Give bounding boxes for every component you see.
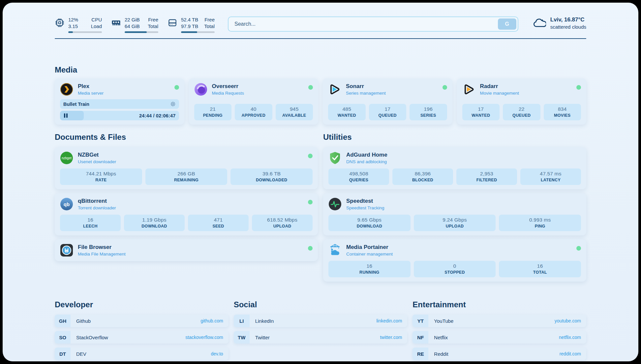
bookmark-name: LinkedIn — [255, 318, 377, 324]
stat-available: 945AVAILABLE — [276, 104, 313, 120]
weather-widget: Lviv, 16.87°C scattered clouds — [533, 16, 586, 30]
stat-wanted: 17WANTED — [462, 104, 500, 120]
plex-progress-bar: 24:44 / 02:06:47 — [60, 111, 179, 120]
service-stats: 744.21 MbpsRATE 266 GBREMAINING 39.6 TBD… — [60, 165, 313, 185]
bookmark-abbr: TW — [234, 331, 250, 344]
bookmark-name: Netflix — [434, 335, 559, 340]
service-name: Overseerr — [212, 83, 304, 90]
service-description: Media Requests — [212, 91, 304, 96]
top-bar: 12%3.15 CPULoad — [55, 16, 586, 33]
memory-values: 22 GiB64 GiB — [125, 16, 140, 29]
bookmark-github[interactable]: GH Github github.com — [55, 315, 229, 327]
service-stats: 21PENDING 40APPROVED 945AVAILABLE — [194, 100, 313, 120]
bookmark-name: DEV — [76, 351, 211, 357]
cpu-values: 12%3.15 — [68, 16, 78, 29]
bookmark-twitter[interactable]: TW Twitter twitter.com — [234, 331, 408, 344]
stat-ping: 0.993 msPING — [499, 215, 581, 231]
bookmark-name: YouTube — [434, 318, 555, 324]
service-card-qbittorrent[interactable]: qb qBittorrent Torrent downloader 16LEEC… — [55, 193, 318, 235]
bookmark-stackoverflow[interactable]: SO StackOverflow stackoverflow.com — [55, 331, 229, 344]
bookmark-name: Twitter — [255, 335, 380, 340]
bookmark-youtube[interactable]: YT YouTube youtube.com — [412, 315, 586, 327]
bookmark-group-entertainment: Entertainment YT YouTube youtube.com NF … — [412, 300, 586, 360]
bookmark-abbr: RE — [412, 348, 428, 360]
pause-icon — [64, 113, 68, 118]
stat-latency: 47.57 msLATENCY — [520, 168, 581, 185]
service-description: Container management — [346, 252, 572, 257]
plex-media-title: Bullet Train — [63, 102, 170, 107]
service-stats: 17WANTED 22QUEUED 834MOVIES — [462, 100, 581, 120]
bookmark-abbr: SO — [55, 331, 71, 344]
filebrowser-icon — [60, 244, 73, 257]
service-name: Speedtest — [346, 198, 581, 204]
service-description: Speedtest Tracking — [346, 205, 581, 210]
bookmark-group-developer: Developer GH Github github.com SO StackO… — [55, 300, 229, 360]
bookmark-name: Github — [76, 318, 200, 324]
bookmark-url: reddit.com — [560, 351, 581, 356]
bookmark-netflix[interactable]: NF Netflix netflix.com — [412, 331, 586, 344]
service-stats: 485WANTED 17QUEUED 196SERIES — [328, 100, 447, 120]
adguard-icon — [328, 151, 342, 165]
section-title-social: Social — [234, 300, 408, 309]
service-description: Series management — [346, 91, 438, 96]
weather-text: Lviv, 16.87°C scattered clouds — [550, 16, 586, 30]
service-card-radarr[interactable]: Radarr Movie management 17WANTED 22QUEUE… — [457, 78, 587, 125]
plex-icon — [60, 83, 73, 96]
radarr-icon — [462, 83, 475, 96]
settings-icon[interactable] — [170, 101, 176, 107]
bookmark-url: youtube.com — [555, 318, 581, 323]
service-name: Media Portainer — [346, 244, 572, 251]
section-title-utilities: Utilities — [323, 133, 586, 142]
stat-downloaded: 39.6 TBDOWNLOADED — [230, 168, 313, 185]
stat-leech: 16LEECH — [60, 215, 121, 231]
bookmark-name: Reddit — [434, 351, 559, 357]
google-search-button[interactable]: G — [498, 18, 516, 30]
service-card-adguard[interactable]: AdGuard Home DNS and adblocking 498,508Q… — [323, 147, 586, 189]
bookmark-url: linkedin.com — [377, 318, 402, 323]
bookmark-url: github.com — [200, 318, 223, 323]
service-card-sonarr[interactable]: Sonarr Series management 485WANTED 17QUE… — [323, 78, 452, 125]
weather-location: Lviv, 16.87°C — [550, 16, 586, 23]
memory-progress-bar — [125, 31, 158, 33]
status-dot — [308, 246, 313, 251]
stat-approved: 40APPROVED — [235, 104, 272, 120]
section-title-developer: Developer — [55, 300, 229, 309]
service-description: Movie management — [480, 91, 572, 96]
memory-widget: 22 GiB64 GiB FreeTotal — [111, 16, 158, 33]
service-description: Media server — [78, 91, 170, 96]
portainer-icon — [328, 244, 342, 257]
plex-media-title-row: Bullet Train — [60, 99, 179, 109]
middle-columns: Documents & Files nzbget NZBGet Usenet d… — [55, 133, 586, 282]
stat-stopped: 0STOPPED — [414, 261, 496, 277]
service-description: Torrent downloader — [78, 205, 303, 210]
dashboard-content: 12%3.15 CPULoad — [55, 3, 586, 360]
bookmark-linkedin[interactable]: LI LinkedIn linkedin.com — [234, 315, 408, 327]
stat-rate: 744.21 MbpsRATE — [60, 168, 142, 185]
bookmark-name: StackOverflow — [76, 335, 185, 340]
stat-upload: 9.24 GbpsUPLOAD — [414, 215, 496, 231]
svg-text:nzbget: nzbget — [62, 156, 72, 160]
search-input[interactable] — [228, 16, 518, 32]
service-card-filebrowser[interactable]: File Browser Media File Management — [55, 239, 318, 261]
status-dot — [308, 85, 313, 90]
service-name: File Browser — [78, 244, 303, 251]
cloud-icon — [533, 18, 546, 28]
status-dot — [308, 200, 313, 204]
stat-queued: 22QUEUED — [503, 104, 540, 120]
disk-labels: FreeTotal — [204, 16, 215, 29]
section-title-documents: Documents & Files — [55, 133, 318, 142]
overseerr-icon — [194, 83, 207, 96]
stat-seed: 471SEED — [188, 215, 249, 231]
service-card-speedtest[interactable]: Speedtest Speedtest Tracking 9.65 GbpsDO… — [323, 193, 586, 235]
disk-icon — [168, 18, 177, 28]
service-name: Radarr — [480, 83, 572, 90]
bookmark-reddit[interactable]: RE Reddit reddit.com — [412, 348, 586, 360]
service-description: Media File Management — [78, 252, 303, 257]
stat-download: 1.19 GbpsDOWNLOAD — [124, 215, 185, 231]
service-card-nzbget[interactable]: nzbget NZBGet Usenet downloader 744.21 M… — [55, 147, 318, 189]
stat-total: 16TOTAL — [499, 261, 581, 277]
bookmark-dev[interactable]: DT DEV dev.to — [55, 348, 229, 360]
service-card-plex[interactable]: Plex Media server Bullet Train — [55, 78, 184, 125]
service-card-overseerr[interactable]: Overseerr Media Requests 21PENDING 40APP… — [189, 78, 319, 125]
service-card-portainer[interactable]: Media Portainer Container management 16R… — [323, 239, 586, 282]
